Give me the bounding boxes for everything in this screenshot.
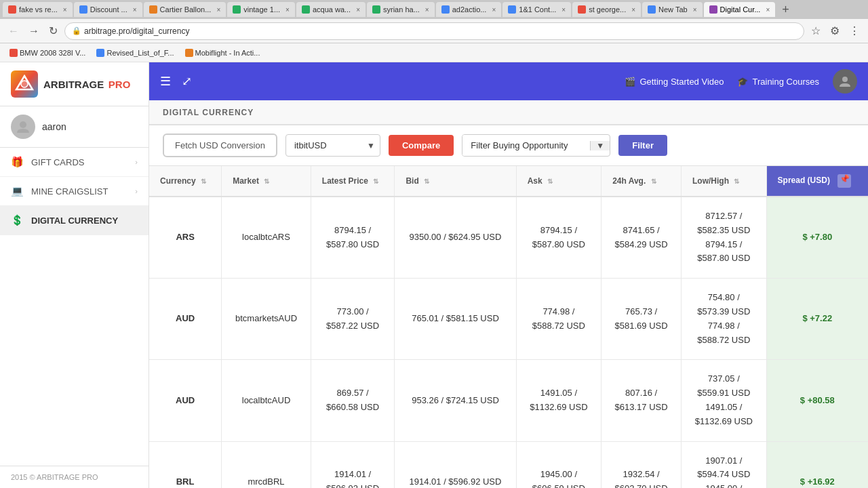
cell-market: localbtcARS bbox=[222, 197, 311, 279]
cell-currency: ARS bbox=[149, 197, 222, 279]
cell-spread: $ +80.58 bbox=[766, 360, 868, 441]
sidebar-item-digital-currency[interactable]: 💲 DIGITAL CURRENCY bbox=[0, 206, 149, 235]
close-icon[interactable]: × bbox=[766, 6, 770, 14]
tab-fake[interactable]: fake vs re... × bbox=[3, 2, 73, 17]
tab-syrian[interactable]: syrian ha... × bbox=[367, 2, 435, 17]
bookmark-revised[interactable]: Revised_List_of_F... bbox=[92, 47, 178, 58]
th-market: Market ⇅ bbox=[222, 166, 311, 197]
cell-avg24h: 1932.54 / $602.70 USD bbox=[601, 441, 682, 488]
close-icon[interactable]: × bbox=[492, 6, 496, 14]
sort-icon[interactable]: ⇅ bbox=[264, 178, 269, 185]
gift-cards-icon: 🎁 bbox=[11, 156, 24, 168]
cell-low_high: 1907.01 / $594.74 USD 1945.00 / $606.59 … bbox=[682, 441, 767, 488]
sort-icon[interactable]: ⇅ bbox=[373, 178, 378, 185]
pin-icon[interactable]: 📌 bbox=[837, 174, 851, 188]
close-icon[interactable]: × bbox=[561, 6, 566, 14]
cell-spread: $ +16.92 bbox=[766, 441, 868, 488]
filter-button[interactable]: Filter bbox=[618, 135, 667, 156]
main-content: ☰ ⤢ 🎬 Getting Started Video 🎓 Training C… bbox=[149, 62, 868, 488]
back-button[interactable]: ← bbox=[5, 24, 22, 39]
tab-acqua[interactable]: acqua wa... × bbox=[296, 2, 366, 17]
sidebar-item-gift-cards[interactable]: 🎁 GIFT CARDS › bbox=[0, 148, 149, 177]
close-icon[interactable]: × bbox=[425, 6, 429, 14]
close-icon[interactable]: × bbox=[63, 6, 67, 14]
extensions-button[interactable]: ⚙ bbox=[827, 23, 842, 39]
th-latest-price: Latest Price ⇅ bbox=[311, 166, 395, 197]
top-nav: ☰ ⤢ 🎬 Getting Started Video 🎓 Training C… bbox=[149, 62, 868, 100]
logo-text: ARBITRAGE PRO bbox=[43, 79, 130, 90]
th-bid: Bid ⇅ bbox=[395, 166, 516, 197]
cell-market: btcmarketsAUD bbox=[222, 279, 311, 360]
bookmark-bmw[interactable]: BMW 2008 328I V... bbox=[5, 47, 90, 58]
sidebar-item-mine-craigslist[interactable]: 💻 MINE CRAIGSLIST › bbox=[0, 177, 149, 206]
tab-stgeorge[interactable]: st george... × bbox=[572, 2, 641, 17]
expand-button[interactable]: ⤢ bbox=[182, 74, 192, 89]
sidebar-item-label: GIFT CARDS bbox=[31, 157, 135, 167]
menu-button[interactable]: ⋮ bbox=[846, 23, 863, 39]
training-courses-link[interactable]: 🎓 Training Courses bbox=[737, 77, 819, 87]
tab-ad2[interactable]: ad2actio... × bbox=[436, 2, 502, 17]
top-nav-right: 🎬 Getting Started Video 🎓 Training Cours… bbox=[625, 69, 857, 94]
cell-low_high: 737.05 / $559.91 USD 1491.05 / $1132.69 … bbox=[682, 360, 767, 441]
close-icon[interactable]: × bbox=[133, 6, 137, 14]
url-bar[interactable]: 🔒 arbitrage.pro/digital_currency bbox=[64, 22, 804, 40]
tab-vintage[interactable]: vintage 1... × bbox=[227, 2, 295, 17]
sort-icon[interactable]: ⇅ bbox=[547, 178, 553, 185]
currency-dropdown[interactable]: itbitUSD bbox=[285, 134, 380, 157]
close-icon[interactable]: × bbox=[285, 6, 290, 14]
cell-bid: 765.01 / $581.15 USD bbox=[395, 279, 516, 360]
sidebar-user: aaron bbox=[0, 106, 149, 148]
cell-market: localbtcAUD bbox=[222, 360, 311, 441]
digital-currency-icon: 💲 bbox=[11, 214, 24, 226]
hamburger-button[interactable]: ☰ bbox=[160, 74, 171, 89]
data-table-wrapper: Currency ⇅ Market ⇅ Latest Price ⇅ Bid bbox=[149, 166, 868, 488]
close-icon[interactable]: × bbox=[693, 6, 697, 14]
sort-icon[interactable]: ⇅ bbox=[651, 178, 656, 185]
close-icon[interactable]: × bbox=[356, 6, 360, 14]
new-tab-button[interactable]: + bbox=[779, 1, 792, 18]
bookmark-mobiflight[interactable]: Mobiflight - In Acti... bbox=[181, 47, 264, 58]
fetch-usd-button[interactable]: Fetch USD Conversion bbox=[163, 134, 277, 157]
sort-icon[interactable]: ⇅ bbox=[424, 178, 429, 185]
craigslist-icon: 💻 bbox=[11, 185, 24, 197]
table-row: AUDbtcmarketsAUD773.00 / $587.22 USD765.… bbox=[149, 279, 868, 360]
cell-ask: 1945.00 / $606.59 USD bbox=[516, 441, 601, 488]
sort-icon[interactable]: ⇅ bbox=[201, 178, 206, 185]
close-icon[interactable]: × bbox=[631, 6, 635, 14]
th-low-high: Low/High ⇅ bbox=[682, 166, 767, 197]
cell-ask: 774.98 / $588.72 USD bbox=[516, 279, 601, 360]
bookmark-button[interactable]: ☆ bbox=[808, 23, 823, 39]
close-icon[interactable]: × bbox=[216, 6, 220, 14]
tab-newtab[interactable]: New Tab × bbox=[642, 2, 702, 17]
tab-cartier[interactable]: Cartier Ballon... × bbox=[144, 2, 226, 17]
cell-latest_price: 869.57 / $660.58 USD bbox=[311, 360, 395, 441]
forward-button[interactable]: → bbox=[26, 24, 42, 39]
cell-currency: BRL bbox=[149, 441, 222, 488]
cell-latest_price: 8794.15 / $587.80 USD bbox=[311, 197, 395, 279]
user-avatar-top[interactable] bbox=[833, 69, 857, 94]
bookmarks-bar: BMW 2008 328I V... Revised_List_of_F... … bbox=[0, 43, 868, 62]
url-text: arbitrage.pro/digital_currency bbox=[84, 26, 189, 36]
svg-point-1 bbox=[21, 81, 28, 87]
tab-discount[interactable]: Discount ... × bbox=[74, 2, 142, 17]
getting-started-link[interactable]: 🎬 Getting Started Video bbox=[625, 77, 724, 87]
sidebar-footer: 2015 © ARBITRAGE PRO bbox=[0, 466, 149, 488]
cell-spread: $ +7.22 bbox=[766, 279, 868, 360]
controls-bar: Fetch USD Conversion itbitUSD ▼ Compare … bbox=[149, 125, 868, 166]
browser-tabs: fake vs re... × Discount ... × Cartier B… bbox=[0, 0, 868, 19]
compare-button[interactable]: Compare bbox=[389, 135, 454, 156]
cell-ask: 8794.15 / $587.80 USD bbox=[516, 197, 601, 279]
currency-dropdown-wrapper: itbitUSD ▼ bbox=[285, 134, 380, 157]
th-spread: Spread (USD) 📌 bbox=[766, 166, 868, 197]
chevron-down-icon[interactable]: ▼ bbox=[590, 141, 610, 150]
tab-digital-currency[interactable]: Digital Cur... × bbox=[704, 2, 776, 17]
cell-low_high: 8712.57 / $582.35 USD 8794.15 / $587.80 … bbox=[682, 197, 767, 279]
th-currency: Currency ⇅ bbox=[149, 166, 222, 197]
cell-avg24h: 8741.65 / $584.29 USD bbox=[601, 197, 682, 279]
tab-1and1[interactable]: 1&1 Cont... × bbox=[502, 2, 571, 17]
sidebar-nav: 🎁 GIFT CARDS › 💻 MINE CRAIGSLIST › 💲 DIG… bbox=[0, 148, 149, 466]
cell-currency: AUD bbox=[149, 279, 222, 360]
filter-buying-dropdown[interactable]: Filter Buying Opportunity bbox=[462, 135, 590, 156]
reload-button[interactable]: ↻ bbox=[46, 23, 60, 39]
sort-icon[interactable]: ⇅ bbox=[734, 178, 739, 185]
